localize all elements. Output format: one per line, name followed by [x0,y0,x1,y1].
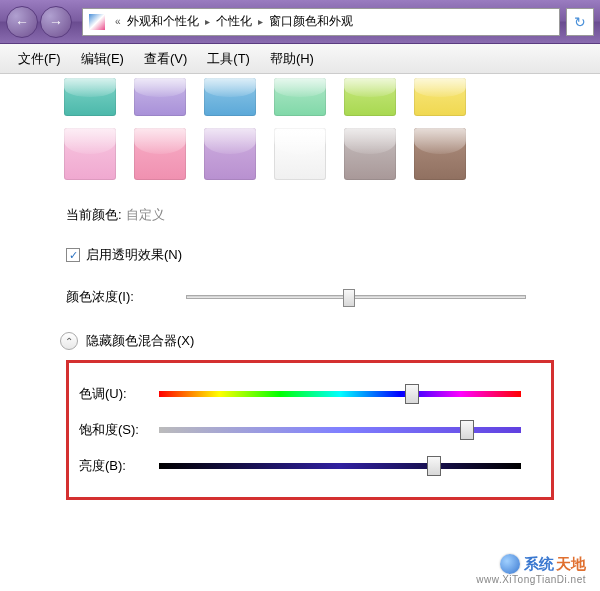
brightness-slider[interactable] [159,463,521,469]
refresh-button[interactable]: ↻ [566,8,594,36]
intensity-row: 颜色浓度(I): [66,288,580,306]
color-swatch[interactable] [274,128,326,180]
color-swatch[interactable] [204,78,256,116]
hue-label: 色调(U): [79,385,159,403]
intensity-slider-thumb[interactable] [343,289,355,307]
saturation-slider-thumb[interactable] [460,420,474,440]
personalization-icon [89,14,105,30]
watermark-url: www.XiTongTianDi.net [476,574,586,585]
menu-tools[interactable]: 工具(T) [197,46,260,72]
saturation-row: 饱和度(S): [79,421,541,439]
mixer-toggle-label: 隐藏颜色混合器(X) [86,332,194,350]
intensity-label: 颜色浓度(I): [66,288,186,306]
hue-slider[interactable] [159,391,521,397]
mixer-toggle-row: ⌃ 隐藏颜色混合器(X) [60,332,580,350]
breadcrumb-item[interactable]: 外观和个性化 [127,13,199,30]
chevron-left-icon: « [115,16,121,27]
mixer-collapse-button[interactable]: ⌃ [60,332,78,350]
chevron-right-icon: ▸ [205,16,210,27]
brightness-label: 亮度(B): [79,457,159,475]
refresh-icon: ↻ [574,14,586,30]
arrow-right-icon: → [49,14,63,30]
color-swatch[interactable] [64,128,116,180]
watermark: 系统天地 www.XiTongTianDi.net [476,554,586,585]
transparency-row: ✓ 启用透明效果(N) [66,246,580,264]
current-color-label: 当前颜色: [66,206,122,224]
current-color-row: 当前颜色: 自定义 [66,206,580,224]
nav-back-button[interactable]: ← [6,6,38,38]
color-swatch[interactable] [64,78,116,116]
chevron-up-icon: ⌃ [65,336,73,347]
color-swatch-row-1 [20,74,580,124]
transparency-checkbox[interactable]: ✓ [66,248,80,262]
breadcrumb[interactable]: « 外观和个性化 ▸ 个性化 ▸ 窗口颜色和外观 [82,8,560,36]
watermark-brand-1: 系统 [524,555,554,574]
brightness-slider-thumb[interactable] [427,456,441,476]
menu-help[interactable]: 帮助(H) [260,46,324,72]
saturation-label: 饱和度(S): [79,421,159,439]
color-swatch[interactable] [134,128,186,180]
color-swatch-row-2 [20,124,580,188]
color-swatch[interactable] [274,78,326,116]
chevron-right-icon: ▸ [258,16,263,27]
hue-row: 色调(U): [79,385,541,403]
breadcrumb-item[interactable]: 个性化 [216,13,252,30]
address-bar: ← → « 外观和个性化 ▸ 个性化 ▸ 窗口颜色和外观 ↻ [0,0,600,44]
current-color-value: 自定义 [126,206,165,224]
nav-forward-button[interactable]: → [40,6,72,38]
content-area: 当前颜色: 自定义 ✓ 启用透明效果(N) 颜色浓度(I): ⌃ 隐藏颜色混合器… [0,74,600,500]
color-swatch[interactable] [414,78,466,116]
breadcrumb-item[interactable]: 窗口颜色和外观 [269,13,353,30]
watermark-brand-2: 天地 [556,555,586,574]
check-icon: ✓ [69,249,78,262]
hue-slider-thumb[interactable] [405,384,419,404]
brightness-row: 亮度(B): [79,457,541,475]
color-swatch[interactable] [344,128,396,180]
menu-file[interactable]: 文件(F) [8,46,71,72]
color-swatch[interactable] [204,128,256,180]
saturation-slider[interactable] [159,427,521,433]
transparency-label: 启用透明效果(N) [86,246,182,264]
arrow-left-icon: ← [15,14,29,30]
globe-icon [500,554,520,574]
menu-view[interactable]: 查看(V) [134,46,197,72]
color-mixer-panel: 色调(U): 饱和度(S): 亮度(B): [66,360,554,500]
menu-edit[interactable]: 编辑(E) [71,46,134,72]
color-swatch[interactable] [344,78,396,116]
color-swatch[interactable] [134,78,186,116]
intensity-slider[interactable] [186,295,526,299]
menu-bar: 文件(F) 编辑(E) 查看(V) 工具(T) 帮助(H) [0,44,600,74]
color-swatch[interactable] [414,128,466,180]
